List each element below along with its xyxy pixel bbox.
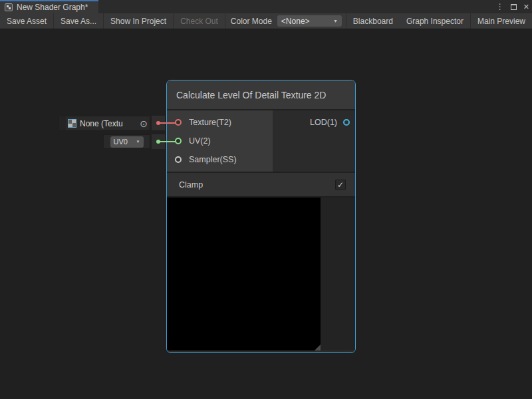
toolbar-right-group: Color Mode <None> ▼ Blackboard Graph Ins… bbox=[225, 13, 532, 29]
object-field-cap bbox=[59, 116, 66, 130]
port-connector-icon[interactable] bbox=[343, 119, 350, 126]
window-controls: ⋮ ✕ bbox=[496, 0, 529, 13]
node-ports: Texture(T2) UV(2) Sampler(SS) LOD(1) bbox=[167, 110, 355, 172]
menu-icon[interactable]: ⋮ bbox=[496, 3, 504, 11]
check-out-button: Check Out bbox=[174, 13, 225, 29]
port-label: Sampler(SS) bbox=[189, 155, 237, 164]
toolbar: Save Asset Save As... Show In Project Ch… bbox=[0, 13, 532, 29]
node-preview-filler bbox=[321, 198, 355, 350]
input-port-sampler[interactable]: Sampler(SS) bbox=[167, 150, 273, 169]
node-calculate-lod-texture2d[interactable]: Calculate Level Of Detail Texture 2D Tex… bbox=[166, 80, 356, 353]
texture-object-field[interactable]: None (Textu ⊙ bbox=[59, 116, 150, 131]
main-preview-button[interactable]: Main Preview bbox=[471, 13, 532, 29]
port-connector-icon[interactable] bbox=[175, 119, 182, 126]
output-ports-panel: LOD(1) bbox=[273, 110, 355, 172]
show-in-project-button[interactable]: Show In Project bbox=[104, 13, 174, 29]
uv-channel-value: UV0 bbox=[114, 138, 128, 146]
preview-resize-handle[interactable] bbox=[315, 344, 321, 350]
port-connector-icon[interactable] bbox=[175, 156, 182, 163]
graph-inspector-button[interactable]: Graph Inspector bbox=[400, 13, 471, 29]
port-connector-icon[interactable] bbox=[175, 138, 182, 144]
close-icon[interactable]: ✕ bbox=[523, 3, 529, 11]
input-port-uv[interactable]: UV(2) bbox=[167, 132, 273, 150]
tab-title: New Shader Graph* bbox=[17, 3, 88, 12]
clamp-checkbox[interactable]: ✓ bbox=[335, 180, 346, 190]
port-label: UV(2) bbox=[189, 136, 211, 146]
node-title: Calculate Level Of Detail Texture 2D bbox=[176, 90, 326, 100]
color-mode-label: Color Mode bbox=[225, 13, 277, 29]
chevron-down-icon: ▼ bbox=[333, 19, 338, 23]
edge-texture-wire[interactable] bbox=[160, 122, 176, 124]
port-label: Texture(T2) bbox=[189, 118, 231, 127]
uv-channel-dropdown[interactable]: UV0 ▼ bbox=[110, 136, 144, 148]
shader-graph-window: New Shader Graph* ⋮ ✕ Save Asset Save As… bbox=[0, 0, 532, 399]
chevron-down-icon: ▼ bbox=[136, 140, 140, 144]
color-mode-dropdown[interactable]: <None> ▼ bbox=[277, 15, 342, 27]
texture-field-value: None (Textu bbox=[80, 119, 123, 128]
node-title-bar[interactable]: Calculate Level Of Detail Texture 2D bbox=[167, 80, 355, 110]
node-preview-area bbox=[167, 198, 355, 350]
tab-new-shader-graph[interactable]: New Shader Graph* bbox=[0, 0, 98, 13]
color-mode-value: <None> bbox=[281, 17, 310, 26]
input-port-texture[interactable]: Texture(T2) bbox=[167, 113, 273, 132]
graph-canvas[interactable]: Calculate Level Of Detail Texture 2D Tex… bbox=[0, 29, 532, 399]
input-ports-panel: Texture(T2) UV(2) Sampler(SS) bbox=[167, 110, 273, 172]
save-as-button[interactable]: Save As... bbox=[54, 13, 104, 29]
tab-bar: New Shader Graph* ⋮ ✕ bbox=[0, 0, 532, 13]
maximize-icon[interactable] bbox=[511, 4, 517, 10]
save-asset-button[interactable]: Save Asset bbox=[0, 13, 54, 29]
output-port-lod[interactable]: LOD(1) bbox=[273, 113, 355, 132]
blackboard-button[interactable]: Blackboard bbox=[346, 13, 400, 29]
port-label: LOD(1) bbox=[310, 118, 337, 127]
uv-field-strip: UV0 ▼ bbox=[103, 134, 150, 149]
object-picker-icon[interactable]: ⊙ bbox=[140, 119, 148, 128]
clamp-setting-row: Clamp ✓ bbox=[167, 173, 355, 196]
clamp-label: Clamp bbox=[179, 180, 203, 190]
texture-thumbnail-icon bbox=[68, 119, 76, 128]
shader-graph-icon bbox=[5, 3, 13, 11]
edge-uv-wire[interactable] bbox=[160, 141, 176, 142]
node-preview-image bbox=[167, 198, 321, 350]
